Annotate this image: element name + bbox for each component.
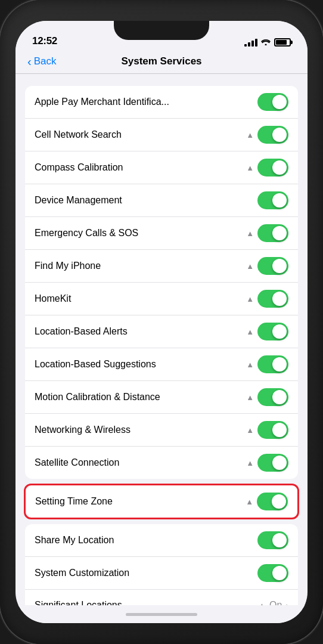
row-right-device-management	[257, 191, 288, 209]
row-location-suggestions: Location-Based Suggestions ▲	[25, 348, 298, 381]
toggle-emergency-calls[interactable]	[257, 224, 288, 242]
status-time: 12:52	[32, 35, 57, 47]
toggle-thumb-compass-calibration	[272, 160, 287, 175]
toggle-apple-pay[interactable]	[257, 93, 288, 111]
toggle-compass-calibration[interactable]	[257, 159, 288, 177]
row-right-motion-calibration: ▲	[246, 388, 288, 406]
row-share-location: Share My Location	[25, 524, 298, 557]
toggle-thumb-device-management	[272, 193, 287, 208]
row-motion-calibration: Motion Calibration & Distance ▲	[25, 381, 298, 414]
row-right-satellite-connection: ▲	[246, 454, 288, 472]
toggle-motion-calibration[interactable]	[257, 388, 288, 406]
highlighted-setting-time-zone-container: Setting Time Zone ▲	[24, 484, 299, 519]
toggle-device-management[interactable]	[257, 191, 288, 209]
location-arrow-significant-locations: ▲	[258, 601, 266, 606]
row-right-share-location	[257, 531, 288, 549]
row-label-device-management: Device Management	[35, 195, 257, 206]
toggle-location-alerts[interactable]	[257, 323, 288, 340]
row-label-share-location: Share My Location	[35, 535, 257, 546]
row-homekit: HomeKit ▲	[25, 283, 298, 315]
row-right-location-alerts: ▲	[246, 323, 288, 340]
row-right-significant-locations: ▲ On ›	[258, 600, 288, 605]
toggle-homekit[interactable]	[257, 290, 288, 308]
row-compass-calibration: Compass Calibration ▲	[25, 151, 298, 184]
toggle-thumb-satellite-connection	[272, 456, 287, 470]
settings-group-bottom: Share My Location System Customization	[25, 524, 298, 605]
row-apple-pay: Apple Pay Merchant Identifica...	[25, 86, 298, 119]
row-right-emergency-calls: ▲	[246, 224, 288, 242]
row-label-find-my-iphone: Find My iPhone	[35, 261, 246, 271]
toggle-share-location[interactable]	[257, 531, 288, 549]
nav-bar: ‹ Back System Services	[15, 51, 308, 74]
toggle-location-suggestions[interactable]	[257, 355, 288, 373]
toggle-thumb-homekit	[272, 292, 287, 306]
back-label: Back	[34, 55, 57, 67]
back-button[interactable]: ‹ Back	[27, 55, 56, 67]
toggle-thumb-find-my-iphone	[272, 259, 287, 273]
location-arrow-compass-calibration: ▲	[246, 163, 254, 172]
row-label-homekit: HomeKit	[35, 293, 246, 304]
home-indicator	[15, 605, 308, 623]
page-title: System Services	[121, 55, 201, 67]
row-right-networking-wireless: ▲	[246, 421, 288, 439]
toggle-thumb-setting-time-zone	[272, 494, 286, 509]
toggle-thumb-share-location	[272, 533, 287, 547]
row-find-my-iphone: Find My iPhone ▲	[25, 250, 298, 283]
signal-bar-4	[255, 39, 257, 47]
toggle-cell-network[interactable]	[257, 126, 288, 144]
status-icons	[244, 38, 291, 47]
row-right-compass-calibration: ▲	[246, 159, 288, 177]
row-right-setting-time-zone: ▲	[246, 493, 288, 510]
row-emergency-calls: Emergency Calls & SOS ▲	[25, 217, 298, 250]
row-label-system-customization: System Customization	[35, 568, 257, 578]
row-satellite-connection: Satellite Connection ▲	[25, 447, 298, 479]
row-label-location-suggestions: Location-Based Suggestions	[35, 359, 246, 370]
location-arrow-location-alerts: ▲	[246, 327, 254, 336]
location-arrow-location-suggestions: ▲	[246, 360, 254, 369]
row-right-homekit: ▲	[246, 290, 288, 308]
location-arrow-satellite-connection: ▲	[246, 459, 254, 467]
row-right-cell-network: ▲	[246, 126, 288, 144]
toggle-system-customization[interactable]	[257, 564, 288, 582]
row-location-alerts: Location-Based Alerts ▲	[25, 315, 298, 348]
row-right-location-suggestions: ▲	[246, 355, 288, 373]
toggle-thumb-apple-pay	[272, 95, 287, 109]
row-label-motion-calibration: Motion Calibration & Distance	[35, 392, 246, 402]
toggle-networking-wireless[interactable]	[257, 421, 288, 439]
toggle-thumb-networking-wireless	[272, 423, 287, 437]
row-label-emergency-calls: Emergency Calls & SOS	[35, 228, 246, 239]
content-area: Apple Pay Merchant Identifica... Cell Ne…	[15, 74, 308, 605]
row-right-find-my-iphone: ▲	[246, 257, 288, 275]
location-arrow-cell-network: ▲	[246, 131, 254, 140]
toggle-thumb-location-alerts	[272, 324, 287, 339]
signal-bar-2	[248, 42, 250, 47]
row-label-apple-pay: Apple Pay Merchant Identifica...	[35, 97, 257, 107]
chevron-right-significant-locations: ›	[285, 600, 288, 605]
row-label-satellite-connection: Satellite Connection	[35, 457, 246, 468]
toggle-thumb-motion-calibration	[272, 390, 287, 404]
toggle-thumb-cell-network	[272, 128, 287, 142]
row-label-location-alerts: Location-Based Alerts	[35, 326, 246, 337]
row-label-networking-wireless: Networking & Wireless	[35, 425, 246, 435]
back-chevron-icon: ‹	[27, 55, 32, 67]
toggle-thumb-system-customization	[272, 566, 287, 580]
toggle-setting-time-zone[interactable]	[257, 493, 288, 510]
notch	[114, 21, 209, 40]
phone-screen: 12:52	[15, 21, 308, 623]
row-device-management: Device Management	[25, 184, 298, 217]
toggle-thumb-location-suggestions	[272, 357, 287, 371]
row-right-system-customization	[257, 564, 288, 582]
toggle-satellite-connection[interactable]	[257, 454, 288, 472]
toggle-thumb-emergency-calls	[272, 226, 287, 240]
row-setting-time-zone: Setting Time Zone ▲	[26, 485, 297, 518]
location-arrow-homekit: ▲	[246, 295, 254, 304]
row-label-compass-calibration: Compass Calibration	[35, 162, 246, 173]
row-system-customization: System Customization	[25, 557, 298, 590]
location-arrow-find-my-iphone: ▲	[246, 262, 254, 271]
battery-fill	[276, 40, 287, 45]
phone-frame: 12:52	[0, 0, 323, 644]
location-arrow-setting-time-zone: ▲	[246, 497, 253, 506]
row-label-setting-time-zone: Setting Time Zone	[35, 496, 246, 507]
row-significant-locations[interactable]: Significant Locations ▲ On ›	[25, 590, 298, 605]
toggle-find-my-iphone[interactable]	[257, 257, 288, 275]
